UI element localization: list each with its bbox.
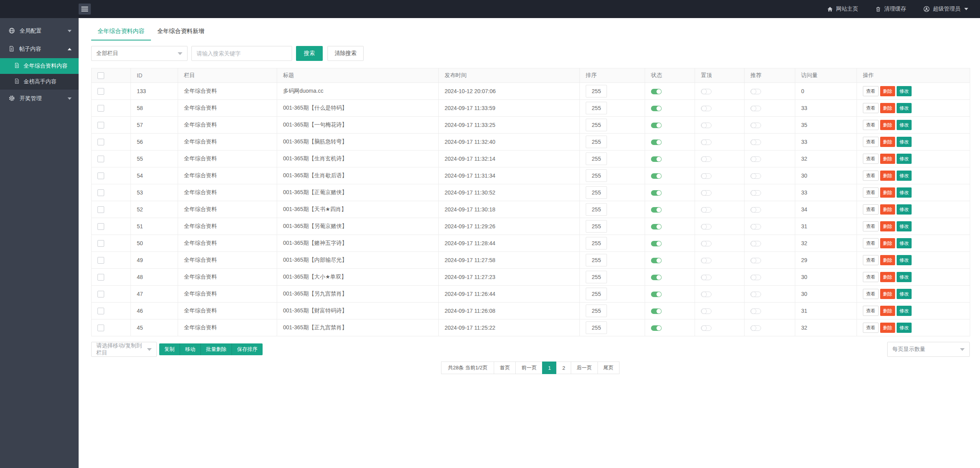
view-button[interactable]: 查看 bbox=[863, 154, 879, 164]
sort-input[interactable]: 255 bbox=[586, 102, 607, 114]
sort-input[interactable]: 255 bbox=[586, 203, 607, 216]
sidebar-item-lottery-management[interactable]: 开奖管理 bbox=[0, 90, 79, 108]
top-toggle[interactable] bbox=[701, 308, 712, 314]
recommend-toggle[interactable] bbox=[750, 325, 761, 331]
clear-cache-link[interactable]: 清理缓存 bbox=[875, 6, 906, 13]
delete-button[interactable]: 删除 bbox=[880, 154, 895, 164]
top-toggle[interactable] bbox=[701, 139, 712, 145]
row-checkbox[interactable] bbox=[97, 122, 104, 128]
batch-delete-button[interactable]: 批量删除 bbox=[201, 343, 232, 355]
recommend-toggle[interactable] bbox=[750, 258, 761, 263]
delete-button[interactable]: 删除 bbox=[880, 86, 895, 96]
recommend-toggle[interactable] bbox=[750, 190, 761, 196]
delete-button[interactable]: 删除 bbox=[880, 306, 895, 316]
row-checkbox[interactable] bbox=[97, 206, 104, 213]
sort-input[interactable]: 255 bbox=[586, 288, 607, 300]
view-button[interactable]: 查看 bbox=[863, 120, 879, 130]
batch-target-select[interactable]: 请选择移动/复制到栏目 bbox=[91, 342, 157, 357]
status-toggle[interactable] bbox=[651, 241, 662, 246]
status-toggle[interactable] bbox=[651, 275, 662, 280]
delete-button[interactable]: 删除 bbox=[880, 238, 895, 248]
tab-annual-data-content[interactable]: 全年综合资料内容 bbox=[91, 24, 151, 40]
sort-input[interactable]: 255 bbox=[586, 305, 607, 317]
view-button[interactable]: 查看 bbox=[863, 221, 879, 231]
top-toggle[interactable] bbox=[701, 123, 712, 128]
recommend-toggle[interactable] bbox=[750, 106, 761, 111]
status-toggle[interactable] bbox=[651, 89, 662, 94]
view-button[interactable]: 查看 bbox=[863, 204, 879, 215]
view-button[interactable]: 查看 bbox=[863, 103, 879, 113]
edit-button[interactable]: 修改 bbox=[897, 289, 912, 299]
delete-button[interactable]: 删除 bbox=[880, 187, 895, 198]
sort-input[interactable]: 255 bbox=[586, 169, 607, 182]
page-button[interactable]: 后一页 bbox=[571, 362, 598, 374]
sort-input[interactable]: 255 bbox=[586, 321, 607, 334]
row-checkbox[interactable] bbox=[97, 240, 104, 247]
edit-button[interactable]: 修改 bbox=[897, 120, 912, 130]
delete-button[interactable]: 删除 bbox=[880, 120, 895, 130]
edit-button[interactable]: 修改 bbox=[897, 187, 912, 198]
status-toggle[interactable] bbox=[651, 308, 662, 314]
recommend-toggle[interactable] bbox=[750, 139, 761, 145]
move-button[interactable]: 移动 bbox=[180, 343, 201, 355]
page-button[interactable]: 2 bbox=[556, 362, 571, 374]
admin-user-menu[interactable]: 超级管理员 bbox=[923, 6, 968, 13]
top-toggle[interactable] bbox=[701, 106, 712, 111]
view-button[interactable]: 查看 bbox=[863, 171, 879, 181]
tab-annual-data-add[interactable]: 全年综合资料新增 bbox=[151, 24, 211, 40]
top-toggle[interactable] bbox=[701, 173, 712, 179]
top-toggle[interactable] bbox=[701, 156, 712, 162]
edit-button[interactable]: 修改 bbox=[897, 204, 912, 215]
sort-input[interactable]: 255 bbox=[586, 119, 607, 131]
status-toggle[interactable] bbox=[651, 123, 662, 128]
row-checkbox[interactable] bbox=[97, 189, 104, 196]
row-checkbox[interactable] bbox=[97, 156, 104, 162]
page-button[interactable]: 前一页 bbox=[515, 362, 542, 374]
delete-button[interactable]: 删除 bbox=[880, 103, 895, 113]
status-toggle[interactable] bbox=[651, 139, 662, 145]
site-home-link[interactable]: 网站主页 bbox=[827, 6, 858, 13]
status-toggle[interactable] bbox=[651, 325, 662, 331]
top-toggle[interactable] bbox=[701, 190, 712, 196]
sort-input[interactable]: 255 bbox=[586, 85, 607, 97]
top-toggle[interactable] bbox=[701, 207, 712, 213]
sort-input[interactable]: 255 bbox=[586, 271, 607, 283]
page-size-select[interactable]: 每页显示数量 bbox=[887, 342, 970, 357]
status-toggle[interactable] bbox=[651, 173, 662, 179]
recommend-toggle[interactable] bbox=[750, 308, 761, 314]
clear-search-button[interactable]: 清除搜索 bbox=[327, 46, 364, 61]
view-button[interactable]: 查看 bbox=[863, 86, 879, 96]
row-checkbox[interactable] bbox=[97, 257, 104, 264]
view-button[interactable]: 查看 bbox=[863, 272, 879, 282]
edit-button[interactable]: 修改 bbox=[897, 103, 912, 113]
top-toggle[interactable] bbox=[701, 89, 712, 94]
search-input[interactable] bbox=[191, 46, 292, 61]
top-toggle[interactable] bbox=[701, 292, 712, 297]
sort-input[interactable]: 255 bbox=[586, 152, 607, 165]
row-checkbox[interactable] bbox=[97, 139, 104, 145]
delete-button[interactable]: 删除 bbox=[880, 137, 895, 147]
sort-input[interactable]: 255 bbox=[586, 186, 607, 199]
delete-button[interactable]: 删除 bbox=[880, 289, 895, 299]
sort-input[interactable]: 255 bbox=[586, 220, 607, 233]
edit-button[interactable]: 修改 bbox=[897, 171, 912, 181]
top-toggle[interactable] bbox=[701, 241, 712, 246]
recommend-toggle[interactable] bbox=[750, 224, 761, 229]
status-toggle[interactable] bbox=[651, 156, 662, 162]
row-checkbox[interactable] bbox=[97, 308, 104, 314]
edit-button[interactable]: 修改 bbox=[897, 221, 912, 231]
edit-button[interactable]: 修改 bbox=[897, 306, 912, 316]
edit-button[interactable]: 修改 bbox=[897, 272, 912, 282]
edit-button[interactable]: 修改 bbox=[897, 137, 912, 147]
row-checkbox[interactable] bbox=[97, 223, 104, 230]
sidebar-item-global-config[interactable]: 全局配置 bbox=[0, 22, 79, 40]
sidebar-item-post-content[interactable]: 帖子内容 bbox=[0, 40, 79, 58]
top-toggle[interactable] bbox=[701, 224, 712, 229]
recommend-toggle[interactable] bbox=[750, 275, 761, 280]
sort-input[interactable]: 255 bbox=[586, 237, 607, 250]
search-button[interactable]: 搜索 bbox=[296, 46, 323, 61]
copy-button[interactable]: 复制 bbox=[159, 343, 180, 355]
recommend-toggle[interactable] bbox=[750, 292, 761, 297]
recommend-toggle[interactable] bbox=[750, 89, 761, 94]
row-checkbox[interactable] bbox=[97, 274, 104, 281]
